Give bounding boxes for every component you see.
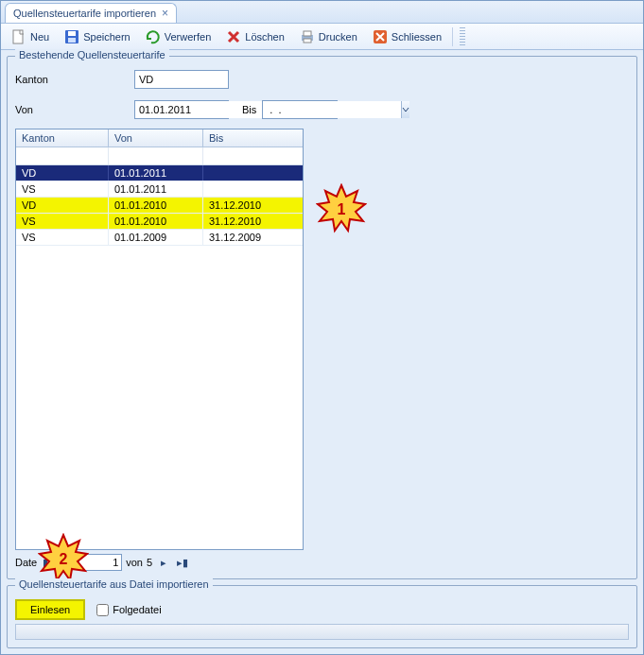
save-icon [64, 29, 79, 44]
toolbar-grip [460, 27, 465, 46]
drucken-button[interactable]: Drucken [293, 26, 364, 47]
table-row[interactable]: VS01.01.201031.12.2010 [16, 214, 303, 230]
cell-von: 01.01.2010 [109, 198, 203, 213]
svg-rect-0 [13, 30, 23, 43]
record-label: Date [15, 557, 37, 568]
svg-rect-6 [304, 39, 311, 43]
bis-datepicker[interactable] [262, 100, 338, 119]
callout-1: 1 [316, 183, 367, 234]
nav-last-icon[interactable]: ▸▮ [175, 555, 190, 570]
close-square-icon [373, 29, 388, 44]
folgedatei-label: Folgedatei [113, 604, 161, 615]
import-legend: Quellensteuertarife aus Datei importiere… [15, 578, 213, 590]
svg-text:1: 1 [338, 201, 346, 217]
cell-bis [203, 165, 299, 181]
import-group: Quellensteuertarife aus Datei importiere… [7, 585, 637, 648]
cell-von: 01.01.2010 [109, 214, 203, 229]
cell-kanton: VS [16, 214, 109, 229]
cell-bis: 31.12.2010 [203, 214, 299, 229]
delete-icon [226, 29, 241, 44]
cell-kanton: VS [16, 230, 109, 245]
print-icon [300, 29, 315, 44]
cell-von: 01.01.2009 [109, 230, 203, 245]
kanton-input[interactable] [134, 70, 229, 89]
new-icon [11, 29, 26, 44]
svg-rect-2 [68, 31, 76, 36]
grid-header-bis[interactable]: Bis [203, 129, 299, 147]
bis-date-input[interactable] [263, 101, 401, 118]
cell-bis: 31.12.2009 [203, 230, 299, 245]
existing-tariffs-group: Bestehende Quellensteuertarife Kanton Vo… [7, 56, 637, 579]
folgedatei-input[interactable] [96, 604, 109, 616]
von-datepicker[interactable] [134, 100, 229, 119]
table-row[interactable]: VD01.01.2011 [16, 165, 303, 181]
nav-next-icon[interactable]: ▸ [156, 555, 171, 570]
verwerfen-button[interactable]: Verwerfen [139, 26, 218, 47]
von-label: Von [15, 104, 129, 115]
nav-von-label: von [126, 557, 143, 568]
chevron-down-icon[interactable] [401, 101, 409, 118]
close-icon[interactable]: × [162, 7, 168, 20]
table-row[interactable]: VD01.01.201031.12.2010 [16, 198, 303, 214]
einlesen-button[interactable]: Einlesen [15, 599, 85, 620]
cell-von: 01.01.2011 [109, 165, 203, 181]
svg-marker-8 [318, 185, 365, 231]
cell-kanton: VS [16, 181, 109, 197]
table-row[interactable]: VS01.01.200931.12.2009 [16, 230, 303, 246]
nav-page-input[interactable] [78, 554, 122, 571]
nav-first-icon[interactable]: ▮◂ [41, 555, 56, 570]
grid-filter-row[interactable] [16, 147, 303, 165]
existing-tariffs-legend: Bestehende Quellensteuertarife [15, 49, 169, 60]
main-area: Bestehende Quellensteuertarife Kanton Vo… [1, 50, 643, 654]
discard-icon [146, 29, 161, 44]
bis-label: Bis [242, 104, 256, 115]
toolbar: Neu Speichern Verwerfen Löschen Drucken … [1, 24, 643, 50]
cell-bis [203, 181, 299, 197]
nav-prev-icon[interactable]: ◂ [60, 555, 75, 570]
grid-header-von[interactable]: Von [109, 129, 203, 147]
loeschen-button[interactable]: Löschen [219, 26, 291, 47]
grid-header-kanton[interactable]: Kanton [16, 129, 109, 147]
grid-header: Kanton Von Bis [16, 129, 303, 147]
tab-bar: Quellensteuertarife importieren × [1, 1, 643, 24]
tab-active[interactable]: Quellensteuertarife importieren × [5, 3, 177, 23]
table-row[interactable]: VS01.01.2011 [16, 181, 303, 198]
folgedatei-checkbox[interactable]: Folgedatei [96, 604, 161, 616]
neu-button[interactable]: Neu [5, 26, 56, 47]
svg-rect-5 [304, 31, 311, 36]
tariffs-grid[interactable]: Kanton Von Bis VD01.01.2011VS01.01.2011V… [15, 129, 304, 550]
nav-total: 5 [147, 557, 152, 568]
tab-title: Quellensteuertarife importieren [13, 8, 156, 19]
toolbar-separator [452, 27, 458, 46]
kanton-label: Kanton [15, 74, 129, 85]
speichern-button[interactable]: Speichern [58, 26, 137, 47]
cell-kanton: VD [16, 198, 109, 213]
cell-bis: 31.12.2010 [203, 198, 299, 213]
cell-von: 01.01.2011 [109, 181, 203, 197]
svg-rect-3 [68, 38, 76, 43]
horizontal-scrollbar[interactable] [15, 624, 629, 640]
schliessen-button[interactable]: Schliessen [366, 26, 448, 47]
record-navigator: Date ▮◂ ◂ von 5 ▸ ▸▮ [15, 554, 629, 571]
cell-kanton: VD [16, 165, 109, 181]
